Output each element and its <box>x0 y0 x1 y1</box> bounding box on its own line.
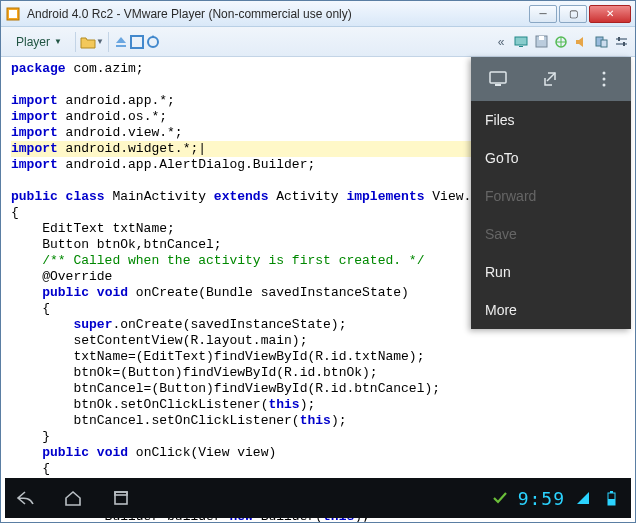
prefs-icon[interactable] <box>613 34 629 50</box>
fullscreen-icon[interactable] <box>129 34 145 50</box>
monitor-icon[interactable] <box>487 68 509 90</box>
overflow-icon[interactable] <box>593 68 615 90</box>
folder-icon[interactable] <box>80 34 96 50</box>
chevron-down-icon[interactable]: ▼ <box>96 37 104 46</box>
share-icon[interactable] <box>540 68 562 90</box>
context-menu: FilesGoToForwardSaveRunMore <box>471 57 631 329</box>
disk-icon[interactable] <box>533 34 549 50</box>
svg-rect-8 <box>539 36 544 40</box>
menu-item-forward: Forward <box>471 177 631 215</box>
svg-rect-3 <box>131 36 143 48</box>
svg-point-18 <box>603 72 606 75</box>
svg-rect-14 <box>618 37 620 41</box>
svg-rect-2 <box>116 45 126 47</box>
arrow-left-icon[interactable]: « <box>493 34 509 50</box>
svg-rect-17 <box>495 84 501 86</box>
toolbar-separator <box>108 32 109 52</box>
svg-rect-5 <box>515 37 527 45</box>
titlebar[interactable]: Android 4.0 Rc2 - VMware Player (Non-com… <box>1 1 635 27</box>
svg-point-19 <box>603 78 606 81</box>
battery-icon <box>601 488 621 508</box>
player-menu-button[interactable]: Player ▼ <box>7 31 71 53</box>
sound-icon[interactable] <box>573 34 589 50</box>
back-icon[interactable] <box>15 488 35 508</box>
svg-rect-21 <box>115 492 127 504</box>
vm-content: package com.azim; import android.app.*; … <box>1 57 635 522</box>
cycle-icon[interactable] <box>145 34 161 50</box>
svg-rect-12 <box>616 38 627 40</box>
signal-icon <box>573 488 593 508</box>
svg-rect-24 <box>610 491 613 493</box>
svg-rect-13 <box>616 43 627 45</box>
menu-item-save: Save <box>471 215 631 253</box>
menu-item-files[interactable]: Files <box>471 101 631 139</box>
window-title: Android 4.0 Rc2 - VMware Player (Non-com… <box>27 7 529 21</box>
close-button[interactable]: ✕ <box>589 5 631 23</box>
svg-rect-25 <box>608 499 615 505</box>
svg-point-20 <box>603 84 606 87</box>
vmware-toolbar: Player ▼ ▼ « <box>1 27 635 57</box>
status-clock: 9:59 <box>518 488 565 509</box>
monitor-icon[interactable] <box>513 34 529 50</box>
menu-item-goto[interactable]: GoTo <box>471 139 631 177</box>
minimize-button[interactable]: ─ <box>529 5 557 23</box>
eject-icon[interactable] <box>113 34 129 50</box>
player-menu-label: Player <box>16 35 50 49</box>
android-navbar: 9:59 <box>5 478 631 518</box>
svg-point-4 <box>148 37 158 47</box>
svg-rect-22 <box>115 492 127 495</box>
svg-rect-6 <box>519 46 523 47</box>
home-icon[interactable] <box>63 488 83 508</box>
vmware-icon <box>5 6 21 22</box>
network-icon[interactable] <box>553 34 569 50</box>
svg-rect-11 <box>601 40 607 47</box>
vmware-window: Android 4.0 Rc2 - VMware Player (Non-com… <box>0 0 636 523</box>
maximize-button[interactable]: ▢ <box>559 5 587 23</box>
toolbar-separator <box>75 32 76 52</box>
check-icon <box>490 488 510 508</box>
recent-icon[interactable] <box>111 488 131 508</box>
menu-top-bar <box>471 57 631 101</box>
svg-rect-1 <box>9 10 17 18</box>
svg-rect-16 <box>490 72 506 83</box>
menu-item-run[interactable]: Run <box>471 253 631 291</box>
menu-item-more[interactable]: More <box>471 291 631 329</box>
svg-rect-15 <box>623 42 625 46</box>
chevron-down-icon: ▼ <box>54 37 62 46</box>
devices-icon[interactable] <box>593 34 609 50</box>
